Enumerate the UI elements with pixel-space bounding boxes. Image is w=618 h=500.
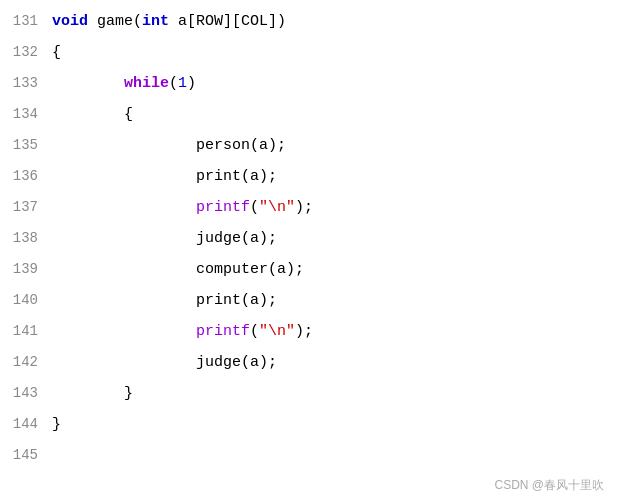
line-number: 140 <box>0 285 52 316</box>
token-punc: game( <box>88 13 142 30</box>
line-number: 136 <box>0 161 52 192</box>
token-kw-int: int <box>142 13 169 30</box>
token-kw-while: while <box>124 75 169 92</box>
token-punc: a[ROW][COL]) <box>169 13 286 30</box>
token-punc <box>52 75 124 92</box>
token-fn-normal: judge(a); <box>196 354 277 371</box>
line-number: 144 <box>0 409 52 440</box>
token-punc <box>52 137 196 154</box>
token-punc: ); <box>295 199 313 216</box>
token-punc: } <box>52 385 133 402</box>
token-fn-normal: print(a); <box>196 292 277 309</box>
line-content: print(a); <box>52 285 618 316</box>
line-content: print(a); <box>52 161 618 192</box>
line-number: 137 <box>0 192 52 223</box>
code-line: 131void game(int a[ROW][COL]) <box>0 6 618 37</box>
code-block: 131void game(int a[ROW][COL])132{133 whi… <box>0 0 618 500</box>
token-fn-normal: print(a); <box>196 168 277 185</box>
token-punc <box>52 323 196 340</box>
token-punc: ); <box>295 323 313 340</box>
token-fn-normal: computer(a); <box>196 261 304 278</box>
code-line: 136 print(a); <box>0 161 618 192</box>
line-number: 133 <box>0 68 52 99</box>
line-content: { <box>52 99 618 130</box>
token-punc: ( <box>250 323 259 340</box>
code-line: 133 while(1) <box>0 68 618 99</box>
line-content: computer(a); <box>52 254 618 285</box>
line-number: 138 <box>0 223 52 254</box>
code-line: 137 printf("\n"); <box>0 192 618 223</box>
code-line: 141 printf("\n"); <box>0 316 618 347</box>
line-content: void game(int a[ROW][COL]) <box>52 6 618 37</box>
line-content: while(1) <box>52 68 618 99</box>
code-line: 145 <box>0 440 618 471</box>
token-punc <box>52 292 196 309</box>
code-line: 143 } <box>0 378 618 409</box>
code-line: 144} <box>0 409 618 440</box>
code-container: 131void game(int a[ROW][COL])132{133 whi… <box>0 0 618 500</box>
token-punc: { <box>52 44 61 61</box>
line-content: judge(a); <box>52 223 618 254</box>
token-str-red: "\n" <box>259 323 295 340</box>
token-fn-printf: printf <box>196 323 250 340</box>
token-punc: } <box>52 416 61 433</box>
token-punc: ) <box>187 75 196 92</box>
token-fn-printf: printf <box>196 199 250 216</box>
line-number: 131 <box>0 6 52 37</box>
code-line: 138 judge(a); <box>0 223 618 254</box>
line-number: 141 <box>0 316 52 347</box>
token-fn-normal: person(a); <box>196 137 286 154</box>
line-number: 143 <box>0 378 52 409</box>
token-fn-normal: judge(a); <box>196 230 277 247</box>
line-number: 142 <box>0 347 52 378</box>
line-content: person(a); <box>52 130 618 161</box>
code-line: 140 print(a); <box>0 285 618 316</box>
token-punc: ( <box>250 199 259 216</box>
line-content: { <box>52 37 618 68</box>
token-punc <box>52 230 196 247</box>
token-num: 1 <box>178 75 187 92</box>
code-line: 134 { <box>0 99 618 130</box>
token-punc: { <box>52 106 133 123</box>
code-line: 142 judge(a); <box>0 347 618 378</box>
watermark: CSDN @春风十里吹 <box>494 477 604 494</box>
line-content: printf("\n"); <box>52 316 618 347</box>
token-punc <box>52 168 196 185</box>
line-number: 132 <box>0 37 52 68</box>
line-content: judge(a); <box>52 347 618 378</box>
code-line: 132{ <box>0 37 618 68</box>
line-number: 134 <box>0 99 52 130</box>
line-number: 139 <box>0 254 52 285</box>
code-line: 139 computer(a); <box>0 254 618 285</box>
line-content: } <box>52 409 618 440</box>
token-kw-void: void <box>52 13 88 30</box>
token-punc <box>52 354 196 371</box>
token-punc <box>52 199 196 216</box>
code-line: 135 person(a); <box>0 130 618 161</box>
token-punc <box>52 261 196 278</box>
token-str-red: "\n" <box>259 199 295 216</box>
line-content: printf("\n"); <box>52 192 618 223</box>
line-number: 145 <box>0 440 52 471</box>
token-punc: ( <box>169 75 178 92</box>
line-number: 135 <box>0 130 52 161</box>
line-content: } <box>52 378 618 409</box>
